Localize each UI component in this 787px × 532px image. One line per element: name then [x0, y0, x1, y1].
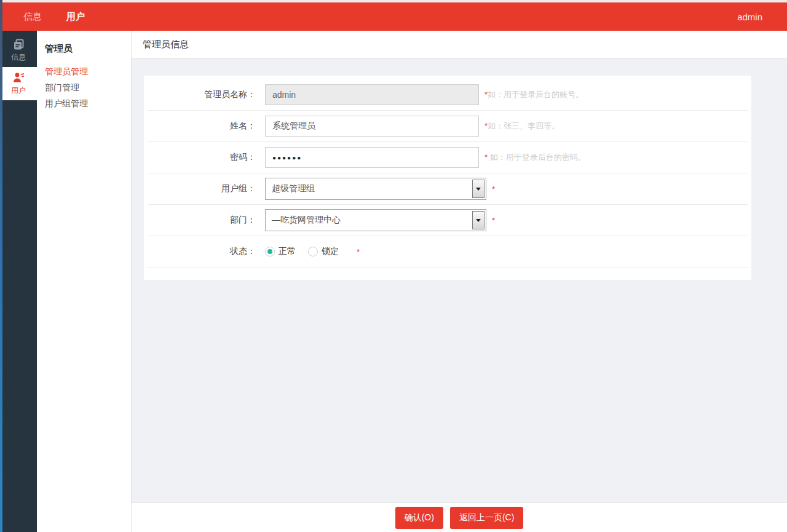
- form-row-status: 状态： 正常 锁定 *: [148, 236, 748, 268]
- menu-item-admin-manage[interactable]: 管理员管理: [45, 63, 131, 79]
- back-button[interactable]: 返回上一页(C): [450, 507, 523, 529]
- radio-unchecked-icon[interactable]: [308, 247, 318, 256]
- hint-text: 如：用于登录后台的账号。: [488, 90, 583, 99]
- hint-text: 如：张三、李四等。: [488, 121, 560, 130]
- sidebar-item-label: 信息: [11, 52, 26, 63]
- admin-info-form: 管理员名称： *如：用于登录后台的账号。 姓名： *如：张三、李四等。 密码： …: [144, 76, 751, 280]
- admin-name-label: 管理员名称：: [150, 89, 256, 100]
- form-row-real-name: 姓名： *如：张三、李四等。: [148, 111, 748, 142]
- password-label: 密码：: [150, 152, 256, 163]
- main-area: 管理员信息 管理员名称： *如：用于登录后台的账号。 姓名： *如：张三、李四等…: [131, 31, 787, 532]
- menu-heading: 管理员: [45, 43, 131, 55]
- user-group-selected-value: 超级管理组: [266, 178, 471, 199]
- confirm-button[interactable]: 确认(O): [395, 507, 443, 529]
- user-icon: [12, 71, 25, 84]
- current-user[interactable]: admin: [737, 12, 762, 22]
- department-select[interactable]: —吃货网管理中心: [265, 209, 486, 231]
- workspace: 信息 用户 管理员 管理员管理 部门管理 用户组管理 管理员信息: [0, 31, 787, 532]
- status-option-normal[interactable]: 正常: [265, 246, 296, 257]
- radio-label: 正常: [279, 246, 296, 257]
- form-row-password: 密码： * 如：用于登录后台的密码。: [148, 142, 748, 173]
- user-group-label: 用户组：: [150, 183, 256, 194]
- hint-text: 如：用于登录后台的密码。: [488, 153, 586, 162]
- documents-icon: [12, 38, 25, 50]
- password-hint: * 如：用于登录后台的密码。: [484, 152, 586, 163]
- user-group-select[interactable]: 超级管理组: [265, 178, 486, 200]
- top-nav-item-user[interactable]: 用户: [66, 11, 85, 23]
- required-asterisk: *: [357, 247, 360, 256]
- menu-item-usergroup-manage[interactable]: 用户组管理: [45, 95, 131, 111]
- required-asterisk: *: [492, 216, 495, 225]
- sidebar-item-label: 用户: [11, 85, 26, 96]
- radio-label: 锁定: [322, 246, 339, 257]
- status-radio-group: 正常 锁定: [265, 246, 351, 257]
- radio-checked-icon[interactable]: [265, 247, 275, 256]
- menu-sidebar: 管理员 管理员管理 部门管理 用户组管理: [37, 31, 131, 532]
- department-label: 部门：: [150, 215, 256, 226]
- dropdown-arrow-icon[interactable]: [472, 180, 484, 198]
- real-name-label: 姓名：: [150, 121, 256, 132]
- admin-name-hint: *如：用于登录后台的账号。: [484, 89, 583, 100]
- top-nav-item-info[interactable]: 信息: [23, 11, 42, 23]
- main-content: 管理员名称： *如：用于登录后台的账号。 姓名： *如：张三、李四等。 密码： …: [132, 58, 787, 502]
- real-name-field[interactable]: [265, 116, 479, 137]
- icon-sidebar: 信息 用户: [0, 31, 37, 532]
- menu-item-department-manage[interactable]: 部门管理: [45, 79, 131, 95]
- status-label: 状态：: [150, 246, 256, 257]
- department-selected-value: —吃货网管理中心: [266, 210, 471, 231]
- dropdown-arrow-icon[interactable]: [472, 211, 484, 229]
- form-row-department: 部门： —吃货网管理中心 *: [148, 205, 748, 236]
- top-navbar: 信息 用户 admin: [0, 2, 787, 31]
- password-field[interactable]: [265, 147, 479, 168]
- left-edge-accent-bar: [0, 0, 2, 532]
- admin-name-field: [265, 84, 479, 105]
- page-title: 管理员信息: [143, 39, 189, 50]
- form-row-admin-name: 管理员名称： *如：用于登录后台的账号。: [148, 79, 748, 111]
- real-name-hint: *如：张三、李四等。: [484, 121, 560, 132]
- status-option-locked[interactable]: 锁定: [308, 246, 339, 257]
- form-row-user-group: 用户组： 超级管理组 *: [148, 173, 748, 205]
- form-footer: 确认(O) 返回上一页(C): [132, 502, 787, 532]
- sidebar-item-info[interactable]: 信息: [0, 34, 37, 67]
- main-header: 管理员信息: [132, 31, 787, 58]
- sidebar-item-user[interactable]: 用户: [0, 67, 37, 100]
- required-asterisk: *: [492, 185, 495, 194]
- top-nav: 信息 用户: [23, 11, 85, 23]
